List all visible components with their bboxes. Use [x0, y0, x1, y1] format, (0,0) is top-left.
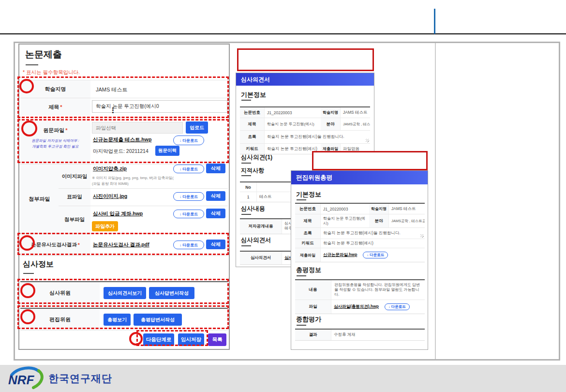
upload-button[interactable]: 업로드 [186, 121, 208, 134]
title-underline [26, 64, 38, 65]
paper-no-value: J1_20220003 [265, 107, 321, 118]
required-mark: * [78, 242, 80, 248]
title-value: 학술지 논문 투고진행(예시) [265, 118, 321, 130]
table-row: 제출파일 신규논문파일.hwp ↓ 다운로드 [295, 248, 425, 262]
original-history-button[interactable]: 원문이력 [155, 146, 179, 156]
abstract-label: 초록 [240, 131, 265, 143]
author-open-label: 저자공개내용 [240, 219, 282, 234]
review-content-title: 심사내용 [241, 205, 265, 213]
table-row: 키워드 학술지 논문 투고진행(예시) [295, 239, 425, 248]
title-label: 제목 [240, 118, 265, 130]
eval-result-value: 수정후 게재 [331, 330, 425, 340]
write-review-reply-button[interactable]: 심사답변서작성 [149, 287, 194, 299]
temp-save-button[interactable]: 임시저장 [178, 333, 204, 346]
table-row: 결과 수정후 게재 [295, 330, 425, 340]
paper-submission-panel: 논문제출 * 표시는 필수항목입니다. 학술지명 JAMS 테스트 제목* ⋮ … [18, 44, 230, 350]
abstract-value-cell: 학술지 논문 투고진행(예시)을 진행합니다. [265, 131, 370, 143]
view-review-opinion-button[interactable]: 심사의견서보기 [104, 287, 146, 299]
image-file-link[interactable]: 이미지압축.zip [93, 166, 127, 172]
editor-review-header: 편집위원총평 [291, 171, 428, 184]
summary-info-title: 총평정보 [296, 266, 321, 274]
field-value: JAMS공학 , 테스트공학 [341, 118, 370, 130]
basic-info-title: 기본정보 [296, 190, 321, 199]
abstract-value: 학술지 논문 투고진행(예시)을 진행합니다. [323, 230, 401, 236]
row-divider [20, 256, 228, 256]
download-button[interactable]: ↓ 다운로드 [173, 241, 204, 249]
download-button[interactable]: ↓ 다운로드 [173, 192, 204, 201]
view-summary-button[interactable]: 총평보기 [104, 314, 131, 326]
table-row: 초록 학술지 논문 투고진행(예시)을 진행합니다. [240, 131, 370, 144]
download-button[interactable]: ↓ 다운로드 [363, 252, 388, 258]
col-no: No [240, 182, 257, 192]
similarity-label: 논문유사도검사결과 [31, 241, 77, 248]
required-mark: * [60, 104, 62, 110]
journal-value: JAMS 테스트 [389, 204, 425, 214]
reviewer-label: 심사위원 [20, 282, 100, 304]
summary-content-label: 내용 [295, 280, 331, 300]
attach-file-label: 첨부파일 [59, 206, 90, 233]
file-select-input[interactable] [92, 122, 183, 134]
journal-label: 학술지명 [321, 107, 341, 118]
editor-review-popup: 편집위원총평 기본정보 논문번호 J1_20220003 학술지명 JAMS 테… [291, 170, 428, 350]
row-divider [59, 188, 228, 189]
table-row: 논문번호 J1_20220003 학술지명 JAMS 테스트 [240, 107, 370, 118]
next-step-button[interactable]: 다음단계로 [143, 333, 174, 346]
summary-content-value: 편집위원총평을 작성합니다. 편집위원에게도 답변을 작성할 수 있습니다. 첨… [331, 280, 425, 300]
section-underline [297, 275, 306, 276]
delete-button[interactable]: 삭제 [206, 240, 225, 249]
attach-file-link[interactable]: 심사비 입금 계좌.hwp [93, 211, 143, 217]
download-button[interactable]: ↓ 다운로드 [173, 210, 204, 218]
download-button[interactable]: ↓ 다운로드 [173, 165, 204, 173]
title-field-label: 제목* [20, 98, 90, 116]
field-label: 분야 [321, 118, 341, 130]
header-accent-line [434, 9, 435, 34]
logo-nrf-text: NRF [8, 373, 35, 387]
opinion-doc-label: 심사의견서 [240, 252, 282, 264]
similarity-label-cell: 논문유사도검사결과* [20, 234, 90, 256]
review-opinion-header: 심사의견서 [236, 73, 374, 86]
section-underline [23, 273, 34, 274]
section-underline [241, 175, 251, 176]
image-note-line1: ※ 이미지 파일(jpg, jpeg, png, bmp, tif)과 압축파일… [92, 176, 174, 181]
nrf-logo-mark: NRF [7, 366, 46, 391]
logo-green-swoosh [33, 371, 42, 388]
original-file-note-line2: 개별학회 투고규정 확인 필요 [22, 144, 89, 149]
summary-info-table: 내용 편집위원총평을 작성합니다. 편집위원에게도 답변을 작성할 수 있습니다… [295, 279, 425, 314]
collapsed-rows-ellipsis: ⋮ [109, 106, 117, 115]
list-button[interactable]: 목록 [208, 333, 226, 346]
row-divider [59, 206, 228, 206]
editor-label: 편집위원 [20, 309, 100, 330]
overall-eval-title: 종합평가 [296, 315, 321, 324]
frame-column-divider [435, 43, 436, 359]
basic-info-title: 기본정보 [241, 90, 266, 99]
delete-button[interactable]: 삭제 [206, 191, 225, 201]
callout-box-top [237, 48, 374, 71]
org-name: 한국연구재단 [48, 372, 112, 385]
field-label: 분야 [369, 214, 389, 227]
original-file-link[interactable]: 신규논문제출 테스트.hwp [93, 136, 151, 143]
resize-handle-icon [366, 139, 369, 142]
submit-file-link[interactable]: 신규논문파일.hwp [323, 252, 357, 258]
add-file-button[interactable]: 파일추가 [92, 221, 118, 231]
similarity-file-link[interactable]: 논문유사도검사 결과.pdf [93, 241, 149, 248]
journal-label: 학술지명 [369, 204, 389, 214]
section-underline [241, 214, 251, 215]
image-note-line2: (파일 용량 최대 90MB) [92, 181, 129, 186]
table-row: 제목 학술지 논문 투고진행(예시) 분야 JAMS공학 , 테스트공학 [295, 214, 425, 228]
review-info-title: 심사정보 [23, 259, 54, 270]
table-row: 내용 편집위원총평을 작성합니다. 편집위원에게도 답변을 작성할 수 있습니다… [295, 280, 425, 300]
download-button[interactable]: ↓ 다운로드 [173, 136, 204, 145]
delete-button[interactable]: 삭제 [206, 209, 225, 218]
summary-file-link[interactable]: 심사파일(총평의견).hwp [334, 304, 379, 310]
opinion-count-title: 심사의견(1) [241, 153, 272, 162]
write-summary-reply-button[interactable]: 총평답변서작성 [134, 314, 182, 326]
section-underline [241, 100, 251, 101]
title-field-label-text: 제목 [48, 104, 59, 111]
journal-name-label: 학술지명 [20, 80, 90, 98]
row-divider [20, 330, 228, 331]
table-file-link[interactable]: 사진이미지.jpg [93, 193, 127, 200]
abstract-label: 초록 [295, 228, 321, 239]
section-underline [297, 325, 306, 326]
download-button[interactable]: ↓ 다운로드 [385, 303, 410, 310]
delete-button[interactable]: 삭제 [206, 164, 225, 173]
